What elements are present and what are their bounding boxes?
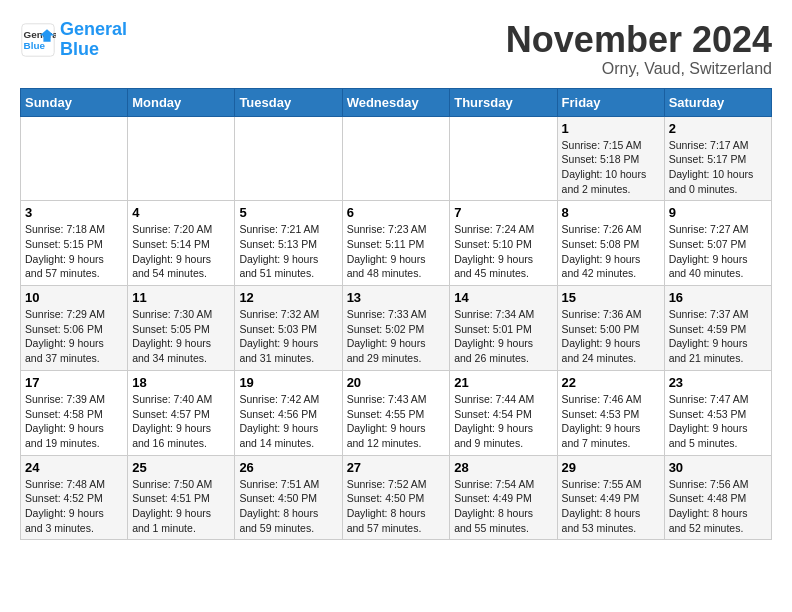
calendar-cell: 6Sunrise: 7:23 AM Sunset: 5:11 PM Daylig… — [342, 201, 450, 286]
calendar-cell — [128, 116, 235, 201]
calendar-week-row: 1Sunrise: 7:15 AM Sunset: 5:18 PM Daylig… — [21, 116, 772, 201]
day-info: Sunrise: 7:37 AM Sunset: 4:59 PM Dayligh… — [669, 307, 767, 366]
day-info: Sunrise: 7:17 AM Sunset: 5:17 PM Dayligh… — [669, 138, 767, 197]
day-info: Sunrise: 7:34 AM Sunset: 5:01 PM Dayligh… — [454, 307, 552, 366]
calendar-cell: 28Sunrise: 7:54 AM Sunset: 4:49 PM Dayli… — [450, 455, 557, 540]
calendar-cell: 5Sunrise: 7:21 AM Sunset: 5:13 PM Daylig… — [235, 201, 342, 286]
calendar-cell: 17Sunrise: 7:39 AM Sunset: 4:58 PM Dayli… — [21, 370, 128, 455]
day-info: Sunrise: 7:39 AM Sunset: 4:58 PM Dayligh… — [25, 392, 123, 451]
calendar-week-row: 3Sunrise: 7:18 AM Sunset: 5:15 PM Daylig… — [21, 201, 772, 286]
weekday-header: Friday — [557, 88, 664, 116]
weekday-header: Sunday — [21, 88, 128, 116]
logo-icon: General Blue — [20, 22, 56, 58]
day-number: 28 — [454, 460, 552, 475]
calendar-cell: 15Sunrise: 7:36 AM Sunset: 5:00 PM Dayli… — [557, 286, 664, 371]
weekday-header-row: SundayMondayTuesdayWednesdayThursdayFrid… — [21, 88, 772, 116]
day-number: 30 — [669, 460, 767, 475]
weekday-header: Wednesday — [342, 88, 450, 116]
day-info: Sunrise: 7:44 AM Sunset: 4:54 PM Dayligh… — [454, 392, 552, 451]
day-info: Sunrise: 7:47 AM Sunset: 4:53 PM Dayligh… — [669, 392, 767, 451]
day-info: Sunrise: 7:32 AM Sunset: 5:03 PM Dayligh… — [239, 307, 337, 366]
calendar-cell: 14Sunrise: 7:34 AM Sunset: 5:01 PM Dayli… — [450, 286, 557, 371]
calendar-cell: 12Sunrise: 7:32 AM Sunset: 5:03 PM Dayli… — [235, 286, 342, 371]
calendar-cell: 3Sunrise: 7:18 AM Sunset: 5:15 PM Daylig… — [21, 201, 128, 286]
day-number: 21 — [454, 375, 552, 390]
day-info: Sunrise: 7:21 AM Sunset: 5:13 PM Dayligh… — [239, 222, 337, 281]
weekday-header: Tuesday — [235, 88, 342, 116]
day-info: Sunrise: 7:54 AM Sunset: 4:49 PM Dayligh… — [454, 477, 552, 536]
title-block: November 2024 Orny, Vaud, Switzerland — [506, 20, 772, 78]
day-info: Sunrise: 7:18 AM Sunset: 5:15 PM Dayligh… — [25, 222, 123, 281]
calendar-cell: 13Sunrise: 7:33 AM Sunset: 5:02 PM Dayli… — [342, 286, 450, 371]
calendar-cell: 1Sunrise: 7:15 AM Sunset: 5:18 PM Daylig… — [557, 116, 664, 201]
day-number: 18 — [132, 375, 230, 390]
day-info: Sunrise: 7:56 AM Sunset: 4:48 PM Dayligh… — [669, 477, 767, 536]
day-info: Sunrise: 7:15 AM Sunset: 5:18 PM Dayligh… — [562, 138, 660, 197]
day-number: 11 — [132, 290, 230, 305]
weekday-header: Thursday — [450, 88, 557, 116]
logo: General Blue General Blue — [20, 20, 127, 60]
day-number: 15 — [562, 290, 660, 305]
month-title: November 2024 — [506, 20, 772, 60]
day-number: 16 — [669, 290, 767, 305]
day-number: 20 — [347, 375, 446, 390]
day-number: 10 — [25, 290, 123, 305]
day-info: Sunrise: 7:33 AM Sunset: 5:02 PM Dayligh… — [347, 307, 446, 366]
day-number: 4 — [132, 205, 230, 220]
day-number: 7 — [454, 205, 552, 220]
day-info: Sunrise: 7:26 AM Sunset: 5:08 PM Dayligh… — [562, 222, 660, 281]
calendar-cell: 10Sunrise: 7:29 AM Sunset: 5:06 PM Dayli… — [21, 286, 128, 371]
day-info: Sunrise: 7:30 AM Sunset: 5:05 PM Dayligh… — [132, 307, 230, 366]
calendar-cell: 23Sunrise: 7:47 AM Sunset: 4:53 PM Dayli… — [664, 370, 771, 455]
calendar-cell: 9Sunrise: 7:27 AM Sunset: 5:07 PM Daylig… — [664, 201, 771, 286]
day-number: 12 — [239, 290, 337, 305]
day-number: 26 — [239, 460, 337, 475]
calendar-cell: 4Sunrise: 7:20 AM Sunset: 5:14 PM Daylig… — [128, 201, 235, 286]
day-number: 25 — [132, 460, 230, 475]
day-info: Sunrise: 7:20 AM Sunset: 5:14 PM Dayligh… — [132, 222, 230, 281]
day-number: 23 — [669, 375, 767, 390]
weekday-header: Saturday — [664, 88, 771, 116]
day-info: Sunrise: 7:46 AM Sunset: 4:53 PM Dayligh… — [562, 392, 660, 451]
calendar-cell: 22Sunrise: 7:46 AM Sunset: 4:53 PM Dayli… — [557, 370, 664, 455]
day-number: 2 — [669, 121, 767, 136]
calendar-cell: 18Sunrise: 7:40 AM Sunset: 4:57 PM Dayli… — [128, 370, 235, 455]
day-number: 1 — [562, 121, 660, 136]
calendar-cell: 19Sunrise: 7:42 AM Sunset: 4:56 PM Dayli… — [235, 370, 342, 455]
day-info: Sunrise: 7:23 AM Sunset: 5:11 PM Dayligh… — [347, 222, 446, 281]
calendar-cell: 11Sunrise: 7:30 AM Sunset: 5:05 PM Dayli… — [128, 286, 235, 371]
calendar-cell — [450, 116, 557, 201]
calendar-cell: 21Sunrise: 7:44 AM Sunset: 4:54 PM Dayli… — [450, 370, 557, 455]
calendar-week-row: 24Sunrise: 7:48 AM Sunset: 4:52 PM Dayli… — [21, 455, 772, 540]
day-number: 29 — [562, 460, 660, 475]
day-number: 14 — [454, 290, 552, 305]
day-number: 24 — [25, 460, 123, 475]
day-info: Sunrise: 7:42 AM Sunset: 4:56 PM Dayligh… — [239, 392, 337, 451]
calendar-cell — [342, 116, 450, 201]
calendar-cell: 30Sunrise: 7:56 AM Sunset: 4:48 PM Dayli… — [664, 455, 771, 540]
day-info: Sunrise: 7:29 AM Sunset: 5:06 PM Dayligh… — [25, 307, 123, 366]
day-info: Sunrise: 7:51 AM Sunset: 4:50 PM Dayligh… — [239, 477, 337, 536]
calendar-cell: 29Sunrise: 7:55 AM Sunset: 4:49 PM Dayli… — [557, 455, 664, 540]
calendar-cell — [21, 116, 128, 201]
calendar-week-row: 17Sunrise: 7:39 AM Sunset: 4:58 PM Dayli… — [21, 370, 772, 455]
svg-text:Blue: Blue — [24, 40, 46, 51]
page-header: General Blue General Blue November 2024 … — [20, 20, 772, 78]
calendar-cell: 24Sunrise: 7:48 AM Sunset: 4:52 PM Dayli… — [21, 455, 128, 540]
day-info: Sunrise: 7:24 AM Sunset: 5:10 PM Dayligh… — [454, 222, 552, 281]
day-info: Sunrise: 7:52 AM Sunset: 4:50 PM Dayligh… — [347, 477, 446, 536]
location: Orny, Vaud, Switzerland — [506, 60, 772, 78]
logo-text: General Blue — [60, 20, 127, 60]
day-info: Sunrise: 7:27 AM Sunset: 5:07 PM Dayligh… — [669, 222, 767, 281]
calendar-week-row: 10Sunrise: 7:29 AM Sunset: 5:06 PM Dayli… — [21, 286, 772, 371]
day-number: 8 — [562, 205, 660, 220]
day-number: 9 — [669, 205, 767, 220]
day-number: 17 — [25, 375, 123, 390]
calendar-cell: 25Sunrise: 7:50 AM Sunset: 4:51 PM Dayli… — [128, 455, 235, 540]
day-number: 3 — [25, 205, 123, 220]
day-info: Sunrise: 7:50 AM Sunset: 4:51 PM Dayligh… — [132, 477, 230, 536]
calendar-table: SundayMondayTuesdayWednesdayThursdayFrid… — [20, 88, 772, 541]
day-number: 5 — [239, 205, 337, 220]
calendar-cell: 16Sunrise: 7:37 AM Sunset: 4:59 PM Dayli… — [664, 286, 771, 371]
day-info: Sunrise: 7:36 AM Sunset: 5:00 PM Dayligh… — [562, 307, 660, 366]
